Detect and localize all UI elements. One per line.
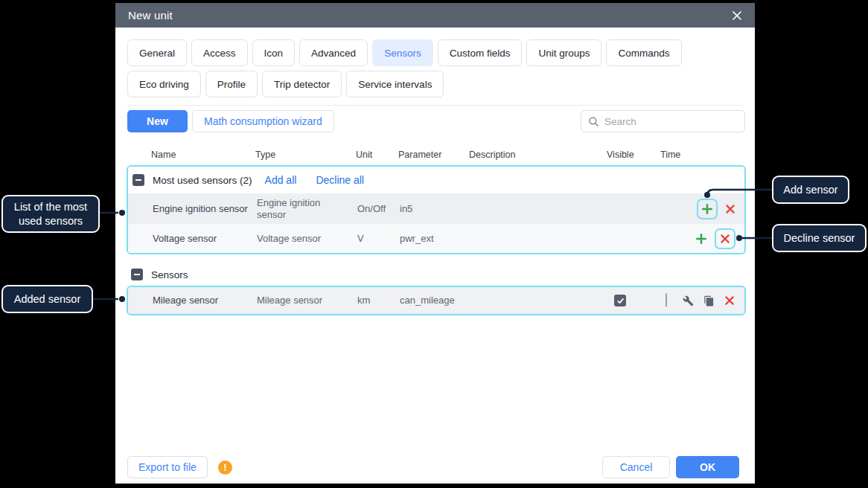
column-header-time: Time: [660, 150, 681, 160]
tabs-bar: General Access Icon Advanced Sensors Cus…: [127, 39, 742, 97]
x-icon: [725, 204, 735, 214]
tab-service-intervals[interactable]: Service intervals: [346, 71, 444, 97]
row-actions: [683, 193, 744, 224]
add-sensor-button[interactable]: [695, 233, 707, 245]
sensor-type: Mileage sensor: [257, 295, 357, 306]
sensor-settings-button[interactable]: [683, 295, 694, 306]
decline-sensor-button[interactable]: [715, 228, 735, 249]
tab-commands[interactable]: Commands: [606, 39, 681, 66]
tab-eco-driving[interactable]: Eco driving: [127, 71, 201, 97]
table-row-mileage-sensor: Mileage sensor Mileage sensor km can_mil…: [128, 287, 744, 314]
most-used-sensors-header: Most used sensors (2) Add all Decline al…: [128, 167, 744, 193]
column-header-name: Name: [151, 150, 255, 160]
x-icon: [720, 234, 730, 244]
callout-most-used-sensors: List of the most used sensors: [1, 195, 100, 233]
sensor-unit: km: [357, 295, 400, 306]
copy-sensor-button[interactable]: [703, 295, 715, 306]
warning-icon: !: [218, 460, 232, 475]
math-consumption-wizard-button[interactable]: Math consumption wizard: [192, 110, 334, 132]
toolbar-divider: [127, 105, 743, 106]
plus-icon: [701, 203, 713, 215]
time-checkbox-unchecked[interactable]: [666, 293, 667, 307]
sensors-group-header: Sensors: [127, 265, 188, 284]
collapse-group-icon[interactable]: [133, 174, 144, 186]
table-row-voltage-sensor: Voltage sensor Voltage sensor V pwr_ext: [128, 224, 744, 253]
dialog-titlebar: New unit: [115, 3, 755, 28]
sensor-name: Voltage sensor: [153, 233, 257, 245]
tab-general[interactable]: General: [127, 39, 187, 66]
sensor-parameter: can_mileage: [400, 295, 470, 306]
row-actions: [683, 224, 744, 253]
tab-access[interactable]: Access: [191, 39, 248, 66]
search-input[interactable]: [604, 116, 738, 127]
x-icon: [724, 295, 735, 306]
tab-advanced[interactable]: Advanced: [299, 39, 368, 66]
callout-add-sensor: Add sensor: [772, 176, 849, 204]
wrench-icon: [683, 295, 694, 306]
tab-sensors[interactable]: Sensors: [372, 39, 433, 66]
sensor-unit: On/Off: [357, 203, 400, 215]
dialog-footer: Export to file ! Cancel OK: [115, 456, 755, 478]
tab-unit-groups[interactable]: Unit groups: [526, 39, 601, 66]
sensor-type: Engine ignition sensor: [257, 197, 357, 220]
delete-sensor-button[interactable]: [724, 295, 735, 306]
tab-trip-detector[interactable]: Trip detector: [262, 71, 342, 97]
collapse-group-icon[interactable]: [131, 269, 143, 280]
column-header-parameter: Parameter: [398, 150, 469, 160]
column-header-type: Type: [255, 150, 356, 160]
tab-profile[interactable]: Profile: [205, 71, 258, 97]
added-sensor-highlight-box: Mileage sensor Mileage sensor km can_mil…: [127, 286, 746, 315]
add-sensor-button[interactable]: [697, 199, 718, 219]
sensor-parameter: pwr_ext: [400, 233, 470, 245]
callout-decline-sensor: Decline sensor: [772, 224, 867, 252]
ok-button[interactable]: OK: [676, 456, 739, 478]
search-icon: [588, 116, 599, 127]
decline-sensor-button[interactable]: [725, 204, 735, 214]
tab-custom-fields[interactable]: Custom fields: [438, 39, 523, 66]
callout-added-sensor: Added sensor: [1, 285, 93, 313]
sensor-parameter: in5: [400, 203, 470, 215]
most-used-sensors-group: Most used sensors (2) Add all Decline al…: [127, 165, 746, 254]
sensors-toolbar: New Math consumption wizard: [115, 110, 755, 132]
sensor-name: Mileage sensor: [153, 295, 257, 306]
sensor-type: Voltage sensor: [257, 233, 357, 245]
column-header-description: Description: [469, 150, 607, 160]
group-title: Sensors: [151, 269, 188, 280]
plus-icon: [695, 233, 707, 245]
add-all-link[interactable]: Add all: [265, 174, 297, 186]
copy-icon: [703, 295, 715, 306]
group-title: Most used sensors (2): [153, 175, 252, 186]
row-actions: [683, 287, 746, 314]
column-header-visible: Visible: [607, 150, 660, 160]
close-icon[interactable]: [732, 10, 742, 21]
new-unit-dialog: New unit General Access Icon Advanced Se…: [115, 3, 755, 484]
column-header-unit: Unit: [356, 150, 398, 160]
decline-all-link[interactable]: Decline all: [316, 174, 364, 186]
visible-checkbox-checked[interactable]: [614, 295, 626, 306]
search-box[interactable]: [581, 110, 745, 132]
dialog-title: New unit: [128, 9, 173, 22]
new-sensor-button[interactable]: New: [127, 110, 188, 132]
page-background: New unit General Access Icon Advanced Se…: [0, 0, 868, 488]
export-to-file-button[interactable]: Export to file: [127, 456, 208, 478]
cancel-button[interactable]: Cancel: [602, 456, 670, 478]
check-icon: [616, 297, 625, 305]
table-header-row: Name Type Unit Parameter Description Vis…: [127, 147, 746, 162]
tab-icon[interactable]: Icon: [252, 39, 296, 66]
table-row-engine-ignition-sensor: Engine ignition sensor Engine ignition s…: [128, 193, 744, 224]
sensor-unit: V: [357, 233, 400, 245]
sensor-name: Engine ignition sensor: [153, 203, 257, 215]
